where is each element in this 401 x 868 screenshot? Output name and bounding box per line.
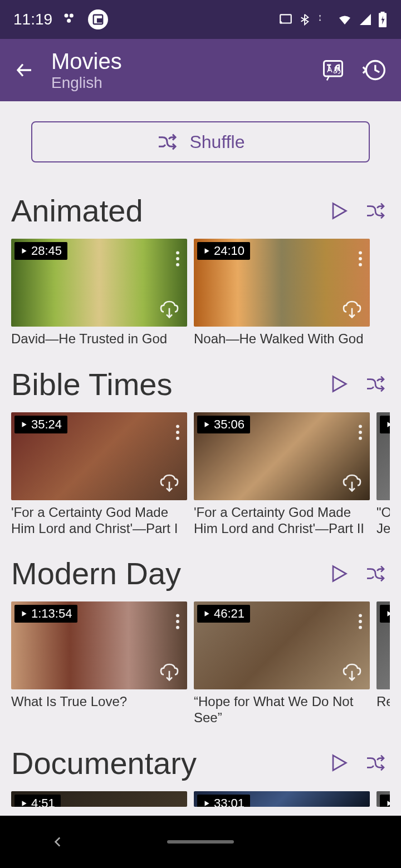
svg-point-28	[359, 614, 362, 618]
svg-point-23	[359, 431, 362, 434]
section-shuffle-button[interactable]	[361, 748, 390, 777]
shuffle-label: Shuffle	[189, 132, 244, 152]
section-shuffle-button[interactable]	[361, 559, 390, 588]
shuffle-button[interactable]: Shuffle	[31, 121, 370, 162]
battery-charging-icon	[378, 12, 388, 27]
video-thumbnail[interactable]: 46:21	[194, 601, 370, 689]
wifi-icon	[336, 13, 353, 26]
video-title: “Hope for What We Do Not See”	[194, 694, 370, 726]
video-title: 'For a Certainty God Made Him Lord and C…	[11, 505, 187, 537]
nav-home[interactable]	[167, 840, 234, 844]
svg-rect-8	[381, 12, 385, 14]
svg-text:Á: Á	[327, 65, 332, 74]
card-row[interactable]: 28:45David—He Trusted in God24:10Noah—He…	[11, 239, 390, 347]
cast-icon	[278, 12, 293, 27]
duration-text: 1:13:54	[31, 606, 72, 621]
section: Animated28:45David—He Trusted in God24:1…	[0, 193, 401, 347]
video-card[interactable]: 35:06'For a Certainty God Made Him Lord …	[194, 412, 370, 537]
more-options-button[interactable]	[175, 423, 180, 441]
section-shuffle-button[interactable]	[361, 369, 390, 398]
play-mini-icon	[203, 247, 211, 255]
card-row[interactable]: 35:24'For a Certainty God Made Him Lord …	[11, 412, 390, 537]
status-right	[278, 12, 388, 27]
section-header: Bible Times	[11, 366, 390, 402]
video-thumbnail[interactable]: 35:06	[194, 412, 370, 500]
duration-badge: 1:13:54	[14, 605, 77, 623]
video-thumbnail[interactable]: 30	[376, 601, 390, 689]
section-play-button[interactable]	[324, 559, 353, 588]
svg-point-26	[176, 620, 179, 623]
video-card[interactable]: 33:01	[194, 791, 370, 807]
card-row[interactable]: 1:13:54What Is True Love?46:21“Hope for …	[11, 601, 390, 726]
play-mini-icon	[385, 800, 390, 807]
download-button[interactable]	[158, 472, 180, 495]
duration-badge: 51	[380, 416, 390, 433]
video-card[interactable]: 29	[376, 791, 390, 807]
picture-in-picture-icon	[88, 9, 108, 29]
section-title: Modern Day	[11, 555, 316, 591]
more-options-button[interactable]	[175, 250, 180, 268]
video-thumbnail[interactable]: 33:01	[194, 791, 370, 807]
svg-rect-5	[280, 14, 291, 23]
more-options-button[interactable]	[358, 613, 363, 630]
video-thumbnail[interactable]: 1:13:54	[11, 601, 187, 689]
video-thumbnail[interactable]: 29	[376, 791, 390, 807]
video-card[interactable]: 4:51	[11, 791, 187, 807]
notification-dots-icon	[62, 12, 78, 27]
svg-point-6	[280, 22, 281, 23]
duration-badge: 35:06	[197, 416, 250, 433]
nav-back[interactable]	[51, 835, 65, 849]
section-play-button[interactable]	[324, 196, 353, 225]
app-bar: Movies English Áあ	[0, 39, 401, 101]
svg-text:あ: あ	[333, 65, 341, 74]
video-card[interactable]: 51"O Jeh	[376, 412, 390, 537]
section-play-button[interactable]	[324, 369, 353, 398]
play-mini-icon	[20, 800, 28, 807]
svg-point-20	[176, 431, 179, 434]
section-play-button[interactable]	[324, 748, 353, 777]
card-row[interactable]: 4:5133:0129	[11, 791, 390, 807]
download-button[interactable]	[341, 662, 363, 684]
svg-rect-4	[97, 19, 101, 22]
language-button[interactable]: Áあ	[317, 55, 349, 86]
more-options-button[interactable]	[358, 250, 363, 268]
video-title: Reme	[376, 694, 390, 710]
section-header: Modern Day	[11, 555, 390, 591]
video-thumbnail[interactable]: 51	[376, 412, 390, 500]
download-button[interactable]	[341, 472, 363, 495]
video-card[interactable]: 30Reme	[376, 601, 390, 726]
download-button[interactable]	[341, 299, 363, 321]
duration-text: 35:24	[31, 417, 62, 432]
more-options-button[interactable]	[175, 613, 180, 630]
video-card[interactable]: 1:13:54What Is True Love?	[11, 601, 187, 726]
more-options-button[interactable]	[358, 423, 363, 441]
system-nav-bar	[0, 816, 401, 868]
svg-point-15	[176, 263, 179, 267]
download-button[interactable]	[158, 662, 180, 684]
history-button[interactable]	[359, 55, 390, 86]
video-thumbnail[interactable]: 28:45	[11, 239, 187, 327]
back-button[interactable]	[11, 57, 38, 83]
svg-point-14	[176, 257, 179, 260]
section-header: Documentary	[11, 745, 390, 781]
section-header: Animated	[11, 193, 390, 229]
video-card[interactable]: 46:21“Hope for What We Do Not See”	[194, 601, 370, 726]
play-mini-icon	[20, 610, 28, 618]
duration-text: 28:45	[31, 244, 62, 258]
video-card[interactable]: 28:45David—He Trusted in God	[11, 239, 187, 347]
video-thumbnail[interactable]: 35:24	[11, 412, 187, 500]
download-button[interactable]	[158, 299, 180, 321]
video-thumbnail[interactable]: 24:10	[194, 239, 370, 327]
status-bar: 11:19	[0, 0, 401, 39]
duration-badge: 35:24	[14, 416, 67, 433]
video-thumbnail[interactable]: 4:51	[11, 791, 187, 807]
video-title: 'For a Certainty God Made Him Lord and C…	[194, 505, 370, 537]
duration-text: 33:01	[214, 796, 244, 807]
svg-point-27	[176, 626, 179, 629]
video-card[interactable]: 24:10Noah—He Walked With God	[194, 239, 370, 347]
video-card[interactable]: 35:24'For a Certainty God Made Him Lord …	[11, 412, 187, 537]
play-mini-icon	[203, 421, 211, 428]
section-shuffle-button[interactable]	[361, 196, 390, 225]
svg-point-24	[359, 437, 362, 440]
svg-point-1	[70, 14, 74, 18]
